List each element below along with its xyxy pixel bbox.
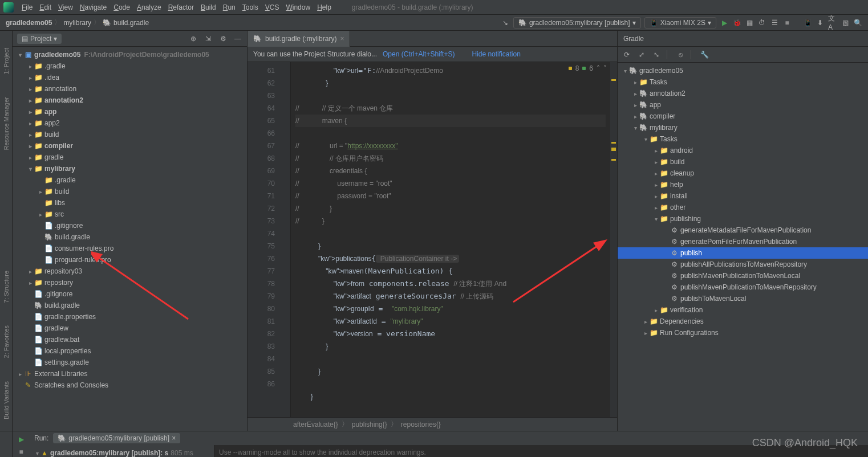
- tree-item[interactable]: ▸📁app: [13, 106, 247, 117]
- stop-button[interactable]: ■: [17, 447, 26, 456]
- avd-manager-button[interactable]: 📱: [803, 18, 812, 27]
- tree-item[interactable]: 📄gradlew: [13, 323, 247, 334]
- sdk-manager-button[interactable]: ⬇: [816, 18, 825, 27]
- side-tab-resource-manager[interactable]: Resource Manager: [3, 97, 10, 150]
- gradle-item[interactable]: ▸📁Run Configurations: [618, 327, 868, 338]
- select-opened-file-button[interactable]: ⊕: [189, 34, 198, 43]
- gradle-item[interactable]: ▸📁help: [618, 179, 868, 190]
- breadcrumb[interactable]: gradledemo05 〉 mylibrary 〉 🐘 build.gradl…: [6, 18, 149, 27]
- code-editor[interactable]: 6162636465666768697071727374757677787980…: [248, 62, 617, 417]
- project-view-selector[interactable]: ▤ Project ▾: [17, 34, 62, 44]
- menu-vcs[interactable]: VCS: [262, 3, 283, 11]
- menu-tools[interactable]: Tools: [239, 3, 262, 11]
- gradle-item[interactable]: ▸📁cleanup: [618, 168, 868, 179]
- tree-item[interactable]: 📄gradlew.bat: [13, 334, 247, 345]
- tree-item[interactable]: 📄settings.gradle: [13, 357, 247, 368]
- tree-item[interactable]: 📄consumer-rules.pro: [13, 243, 247, 254]
- gradle-item[interactable]: ▸🐘compiler: [618, 111, 868, 122]
- run-tree[interactable]: ▾ ▲ gradledemo05:mylibrary [publish]: s …: [30, 445, 214, 457]
- side-tab-build-variants[interactable]: Build Variants: [3, 381, 10, 419]
- tree-item[interactable]: ▸📁annotation: [13, 83, 247, 95]
- expand-button[interactable]: ⤢: [637, 50, 646, 59]
- crumb-1[interactable]: publishing{}: [352, 421, 387, 429]
- coverage-button[interactable]: ▦: [745, 18, 754, 27]
- tree-item[interactable]: 📄local.properties: [13, 345, 247, 357]
- tree-item[interactable]: ▸📁build: [13, 129, 247, 140]
- editor-tab[interactable]: 🐘 build.gradle (:mylibrary) ×: [248, 31, 350, 47]
- tree-item[interactable]: ▸📁repostory: [13, 277, 247, 288]
- side-tab-favorites[interactable]: 2: Favorites: [3, 325, 10, 358]
- error-stripe[interactable]: [610, 62, 617, 417]
- gradle-item[interactable]: ▸📁Dependencies: [618, 316, 868, 327]
- gradle-item[interactable]: ▸📁install: [618, 190, 868, 202]
- run-config-selector[interactable]: 🐘 gradledemo05:mylibrary [publish] ▾: [513, 17, 641, 28]
- close-icon[interactable]: ×: [172, 434, 176, 442]
- notice-open-link[interactable]: Open (Ctrl+Alt+Shift+S): [383, 50, 455, 58]
- menu-analyze[interactable]: Analyze: [133, 3, 165, 11]
- tree-item[interactable]: ▸📁src: [13, 209, 247, 220]
- profile-button[interactable]: ⏱: [757, 18, 766, 27]
- translate-button[interactable]: 文A: [828, 18, 837, 27]
- debug-button[interactable]: 🐞: [732, 18, 741, 27]
- tree-item[interactable]: 📄.gitignore: [13, 220, 247, 231]
- tree-item[interactable]: ▸📁.gradle: [13, 60, 247, 72]
- breadcrumb-file[interactable]: build.gradle: [113, 19, 149, 27]
- gradle-item[interactable]: ⚙publishAllPublicationsToMavenRepository: [618, 259, 868, 270]
- close-icon[interactable]: ×: [340, 35, 344, 43]
- gradle-item[interactable]: ▸📁build: [618, 156, 868, 168]
- external-libraries[interactable]: ▸ ⊪ External Libraries: [13, 368, 247, 380]
- run-button[interactable]: ▶: [720, 18, 729, 27]
- attach-button[interactable]: ⎋: [676, 50, 685, 59]
- breadcrumb-module[interactable]: mylibrary: [63, 19, 91, 27]
- stop-button[interactable]: ■: [782, 18, 792, 27]
- gradle-item[interactable]: ⚙generatePomFileForMavenPublication: [618, 236, 868, 247]
- gradle-item[interactable]: ▸🐘annotation2: [618, 88, 868, 99]
- line-gutter[interactable]: 6162636465666768697071727374757677787980…: [248, 62, 279, 417]
- project-root[interactable]: ▾ ▣ gradledemo05 F:\AndroidProjectDemo\g…: [13, 49, 247, 60]
- chevron-down-icon[interactable]: ˅: [603, 64, 607, 72]
- gradle-tree[interactable]: ▾ 🐘 gradledemo05 ▸📁Tasks▸🐘annotation2▸🐘a…: [618, 63, 868, 431]
- editor-breadcrumb[interactable]: afterEvaluate{}〉 publishing{}〉 repositor…: [248, 417, 617, 431]
- crumb-0[interactable]: afterEvaluate{}: [293, 421, 338, 429]
- menu-refactor[interactable]: Refactor: [165, 3, 197, 11]
- project-tree[interactable]: ▾ ▣ gradledemo05 F:\AndroidProjectDemo\g…: [13, 47, 247, 431]
- fold-strip[interactable]: [279, 62, 291, 417]
- menu-build[interactable]: Build: [197, 3, 220, 11]
- wrench-button[interactable]: 🔧: [700, 50, 709, 59]
- notice-hide-link[interactable]: Hide notification: [472, 50, 520, 58]
- gradle-item[interactable]: ⚙publishMavenPublicationToMavenRepositor…: [618, 281, 868, 293]
- menu-code[interactable]: Code: [110, 3, 133, 11]
- hide-button[interactable]: —: [233, 34, 242, 43]
- reload-button[interactable]: ⟳: [622, 50, 631, 59]
- tree-item[interactable]: ▾📁mylibrary: [13, 163, 247, 174]
- menu-file[interactable]: File: [18, 3, 36, 11]
- gradle-item[interactable]: ▸📁android: [618, 145, 868, 156]
- tree-item[interactable]: 📄proguard-rules.pro: [13, 254, 247, 266]
- device-selector[interactable]: 📱 Xiaomi MIX 2S ▾: [644, 17, 716, 28]
- search-button[interactable]: 🔍: [853, 18, 862, 27]
- collapse-button[interactable]: ⤡: [652, 50, 661, 59]
- menu-edit[interactable]: Edit: [36, 3, 55, 11]
- chevron-up-icon[interactable]: ˄: [597, 64, 600, 72]
- gradle-item[interactable]: ▸📁verification: [618, 304, 868, 316]
- gradle-root[interactable]: ▾ 🐘 gradledemo05: [618, 65, 868, 76]
- breadcrumb-root[interactable]: gradledemo05: [6, 19, 52, 27]
- tree-item[interactable]: 📁.gradle: [13, 174, 247, 186]
- menu-run[interactable]: Run: [220, 3, 239, 11]
- side-tab-project[interactable]: 1: Project: [3, 48, 10, 74]
- gradle-item[interactable]: ⚙publishToMavenLocal: [618, 293, 868, 304]
- gradle-item[interactable]: ▸🐘app: [618, 99, 868, 111]
- gradle-item[interactable]: ▸📁other: [618, 202, 868, 213]
- tree-item[interactable]: ▸📁gradle: [13, 152, 247, 163]
- tree-item[interactable]: ▸📁app2: [13, 117, 247, 129]
- crumb-2[interactable]: repositories{}: [401, 421, 441, 429]
- run-tree-root[interactable]: ▾ ▲ gradledemo05:mylibrary [publish]: s …: [30, 447, 214, 457]
- gradle-item[interactable]: ▾📁Tasks: [618, 133, 868, 145]
- inspections-widget[interactable]: 8 6 ˄ ˅: [569, 64, 607, 72]
- rerun-button[interactable]: ▶: [17, 435, 26, 444]
- attach-debugger-button[interactable]: ☰: [770, 18, 779, 27]
- tree-item[interactable]: ▸📁compiler: [13, 140, 247, 152]
- tree-item[interactable]: 🐘build.gradle: [13, 300, 247, 311]
- tree-item[interactable]: ▸📁annotation2: [13, 95, 247, 106]
- tree-item[interactable]: ▸📁build: [13, 186, 247, 197]
